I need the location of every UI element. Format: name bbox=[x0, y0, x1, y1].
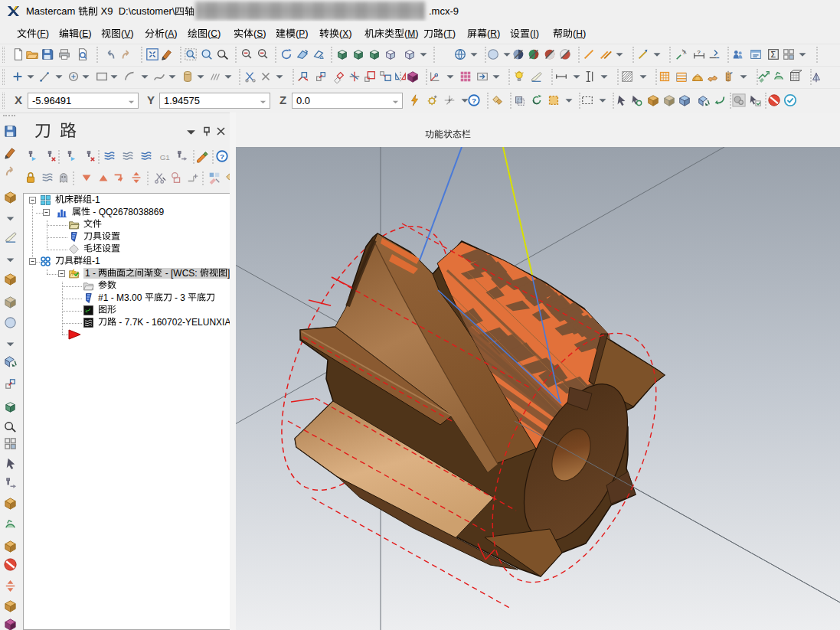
svg-text:Σ: Σ bbox=[770, 50, 776, 59]
svg-text:?: ? bbox=[472, 96, 476, 105]
svg-text:G1: G1 bbox=[160, 153, 171, 162]
svg-text:?: ? bbox=[697, 49, 701, 56]
svg-text:?: ? bbox=[220, 152, 224, 161]
svg-text:?: ? bbox=[682, 49, 686, 56]
